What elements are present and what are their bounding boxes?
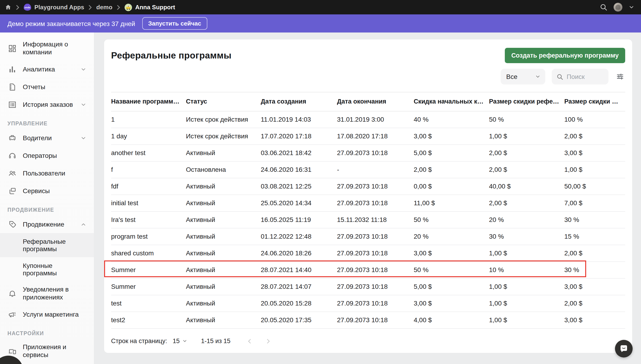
sidebar-item-referral-programs[interactable]: Реферальные программы <box>0 233 94 257</box>
cell-referrer-discount: 30 % <box>489 228 564 245</box>
cell-created: 01.12.2022 12:48 <box>261 228 337 245</box>
cell-status: Истек срок действия <box>186 111 261 128</box>
cell-referrer-discount: 10 % <box>489 262 564 278</box>
cell-referral-discount: 30 % <box>564 211 625 228</box>
table-row[interactable]: Ira's test Активный 16.05.2025 11:19 15.… <box>111 211 625 228</box>
user-avatar[interactable] <box>613 3 622 12</box>
sidebar-item-in-app-notifications[interactable]: Уведомления в приложениях <box>0 281 94 306</box>
cell-referrer-discount: 1,00 $ <box>489 295 564 312</box>
sidebar-item-services[interactable]: Сервисы <box>0 182 94 200</box>
table-row[interactable]: Summer Активный 28.07.2021 14:07 27.09.2… <box>111 278 625 295</box>
cell-referral-discount: 2,00 $ <box>564 128 625 144</box>
cell-name: Summer <box>111 262 186 278</box>
previous-page-button[interactable] <box>245 336 255 346</box>
breadcrumb: onde Playground Apps demo Anna Support <box>5 4 175 11</box>
cell-name: fdf <box>111 178 186 194</box>
chevron-left-icon <box>246 338 253 344</box>
table-row[interactable]: program test Активный 01.12.2022 12:48 2… <box>111 228 625 245</box>
cell-ends: - <box>337 161 414 178</box>
users-icon <box>8 168 17 178</box>
table-row[interactable]: Summer Активный 28.07.2021 14:40 27.09.2… <box>111 262 625 278</box>
rows-per-page-select[interactable]: 15 <box>173 338 187 344</box>
column-header-coupon-discount[interactable]: Скидка начальных купон… <box>414 92 489 111</box>
create-referral-program-button[interactable]: Создать реферальную программу <box>505 48 625 63</box>
cell-referral-discount: 3,00 $ <box>564 312 625 328</box>
pagination-range: 1-15 из 15 <box>201 338 231 344</box>
breadcrumb-playground-apps[interactable]: onde Playground Apps <box>24 4 84 11</box>
cell-created: 17.07.2020 17:18 <box>261 128 337 144</box>
table-row[interactable]: initial test Активный 25.05.2020 14:34 2… <box>111 194 625 211</box>
tune-icon <box>616 72 624 81</box>
next-page-button[interactable] <box>263 336 273 346</box>
chevron-down-icon <box>80 102 86 108</box>
breadcrumb-separator-icon <box>117 5 120 10</box>
cell-status: Активный <box>186 211 261 228</box>
table-row[interactable]: test2 Активный 20.05.2020 17:35 27.09.20… <box>111 312 625 328</box>
cell-status: Активный <box>186 295 261 312</box>
cell-coupon-discount: 3,00 $ <box>414 245 489 262</box>
column-header-created[interactable]: Дата создания <box>261 92 337 111</box>
table-header-row: Название программы↑ Статус Дата создания… <box>111 92 625 111</box>
cell-ends: 27.09.2073 10:18 <box>337 312 414 328</box>
sidebar-item-drivers[interactable]: Водители <box>0 129 94 147</box>
cell-ends: 27.09.2073 10:18 <box>337 228 414 245</box>
column-header-referrer-discount[interactable]: Размер скидки реферера <box>489 92 564 111</box>
table-row[interactable]: 1 day Истек срок действия 17.07.2020 17:… <box>111 128 625 144</box>
order-list-icon <box>8 100 17 109</box>
chat-widget-button[interactable] <box>615 340 633 358</box>
breadcrumb-separator-icon <box>16 5 20 10</box>
search-field[interactable] <box>552 69 608 84</box>
page-title: Реферальные программы <box>111 50 232 61</box>
column-header-status[interactable]: Статус <box>186 92 261 111</box>
sidebar-item-order-history[interactable]: История заказов <box>0 96 94 113</box>
launch-now-button[interactable]: Запустить сейчас <box>142 17 207 30</box>
sidebar-item-promotion[interactable]: Продвижение <box>0 216 94 233</box>
cell-ends: 27.09.2073 10:18 <box>337 278 414 295</box>
cell-referrer-discount: 1,00 $ <box>489 128 564 144</box>
cell-status: Активный <box>186 245 261 262</box>
sidebar-item-operators[interactable]: Операторы <box>0 147 94 164</box>
search-input[interactable] <box>567 73 604 80</box>
chevron-down-icon <box>182 338 187 344</box>
app-screen: onde Playground Apps demo Anna Support <box>0 0 641 364</box>
table-row[interactable]: fdf Активный 03.08.2021 12:25 27.09.2073… <box>111 178 625 194</box>
sidebar-item-analytics[interactable]: Аналитика <box>0 60 94 78</box>
table-row[interactable]: 1 Истек срок действия 11.01.2019 14:03 3… <box>111 111 625 128</box>
search-button[interactable] <box>600 3 607 11</box>
cell-coupon-discount: 0,00 $ <box>414 178 489 194</box>
cell-created: 11.01.2019 14:03 <box>261 111 337 128</box>
home-button[interactable] <box>5 4 12 11</box>
cell-referrer-discount: 2,00 $ <box>489 144 564 161</box>
cell-referral-discount: 15 % <box>564 228 625 245</box>
column-header-ends[interactable]: Дата окончания <box>337 92 414 111</box>
table-row[interactable]: shared custom Активный 24.06.2020 18:26 … <box>111 245 625 262</box>
search-icon <box>600 3 607 11</box>
sidebar-item-marketing-services[interactable]: Услуги маркетинга <box>0 306 94 323</box>
account-menu-button[interactable] <box>628 4 634 10</box>
cell-referrer-discount: 1,00 $ <box>489 312 564 328</box>
breadcrumb-company[interactable]: Anna Support <box>125 4 175 11</box>
table-row[interactable]: test Активный 20.05.2020 15:28 27.09.207… <box>111 295 625 312</box>
cell-created: 24.06.2020 18:26 <box>261 245 337 262</box>
cell-ends: 31.01.2019 3:00 <box>337 111 414 128</box>
cell-status: Активный <box>186 178 261 194</box>
cell-referral-discount: 3,00 $ <box>564 278 625 295</box>
table-row[interactable]: another test Активный 03.06.2021 18:42 2… <box>111 144 625 161</box>
column-header-referral-discount[interactable]: Размер скидки реферала <box>564 92 625 111</box>
sidebar-item-company-info[interactable]: Информация о компании <box>0 36 94 60</box>
column-header-name[interactable]: Название программы↑ <box>111 92 186 111</box>
breadcrumb-demo[interactable]: demo <box>96 4 112 11</box>
cell-status: Активный <box>186 144 261 161</box>
cell-status: Остановлена <box>186 161 261 178</box>
status-filter-select[interactable]: Все <box>501 69 545 84</box>
cell-ends: 17.08.2020 17:18 <box>337 128 414 144</box>
sidebar-item-coupon-programs[interactable]: Купонные программы <box>0 257 94 281</box>
chevron-up-icon <box>80 221 86 227</box>
sidebar-item-reports[interactable]: Отчеты <box>0 78 94 96</box>
columns-settings-button[interactable] <box>615 72 625 82</box>
table-row[interactable]: f Остановлена 24.06.2020 16:31 - 2,00 $ … <box>111 161 625 178</box>
sidebar-item-users[interactable]: Пользователи <box>0 164 94 182</box>
cell-referral-discount: 2,00 $ <box>564 245 625 262</box>
cell-ends: 15.11.2032 11:18 <box>337 211 414 228</box>
topbar: onde Playground Apps demo Anna Support <box>0 0 641 14</box>
